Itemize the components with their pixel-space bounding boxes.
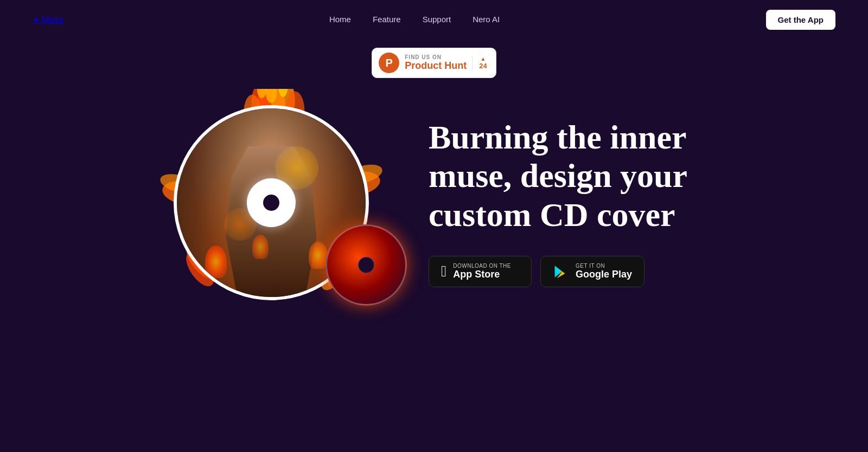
product-hunt-badge[interactable]: P FIND US ON Product Hunt ▲ 24 — [372, 48, 496, 78]
cd-visual — [157, 89, 385, 317]
nav-feature[interactable]: Feature — [373, 15, 401, 24]
google-play-icon — [553, 263, 569, 280]
nav-support[interactable]: Support — [423, 15, 451, 24]
logo[interactable]: ✦ Muse — [33, 15, 63, 25]
nav-home[interactable]: Home — [329, 15, 351, 24]
logo-text: Muse — [42, 15, 63, 24]
product-hunt-count: ▲ 24 — [472, 56, 487, 70]
product-hunt-name: Product Hunt — [405, 60, 467, 72]
apple-icon:  — [441, 263, 446, 280]
product-hunt-text: FIND US ON Product Hunt — [405, 54, 467, 72]
hero-section: Burning the inner muse, design your cust… — [0, 78, 868, 317]
google-play-sub: GET IT ON — [576, 263, 632, 269]
product-hunt-find-label: FIND US ON — [405, 54, 467, 60]
store-buttons:  Download on the App Store — [429, 256, 711, 287]
hero-heading: Burning the inner muse, design your cust… — [429, 118, 711, 234]
product-hunt-icon: P — [379, 53, 399, 73]
app-store-name: App Store — [453, 269, 511, 280]
nav-nero-ai[interactable]: Nero AI — [473, 15, 500, 24]
nav-links: Home Feature Support Nero AI — [329, 15, 500, 24]
google-play-button[interactable]: GET IT ON Google Play — [540, 256, 644, 287]
app-store-sub: Download on the — [453, 263, 511, 269]
google-play-name: Google Play — [576, 269, 632, 280]
get-app-button[interactable]: Get the App — [766, 10, 835, 30]
cd-center-hole — [247, 178, 296, 227]
navbar: ✦ Muse Home Feature Support Nero AI Get … — [0, 0, 868, 39]
cd-secondary — [326, 224, 407, 306]
hero-text-area: Burning the inner muse, design your cust… — [429, 118, 711, 287]
app-store-button[interactable]:  Download on the App Store — [429, 256, 532, 287]
logo-star: ✦ — [33, 15, 40, 24]
